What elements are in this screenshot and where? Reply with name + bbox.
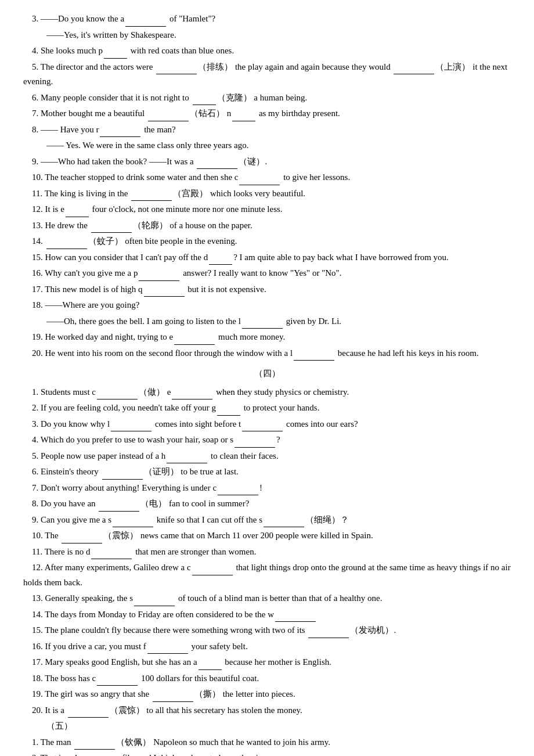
- p5-line-1: 1. The man （钦佩） Napoleon so much that he…: [23, 735, 511, 750]
- blank-14: [46, 240, 87, 249]
- line-19: 19. He worked day and night, trying to e…: [23, 330, 511, 345]
- p4-blank-5: [167, 454, 207, 463]
- p4-blank-9-2: [264, 518, 304, 527]
- blank-16: [139, 272, 179, 281]
- blank-20: [294, 351, 334, 361]
- line-15: 15. How can you consider that I can't pa…: [23, 250, 511, 265]
- blank-3-1: [125, 17, 166, 27]
- p4-line-3: 3. Do you know why l comes into sight be…: [23, 417, 511, 432]
- blank-15: [209, 255, 232, 265]
- p4-line-5: 5. People now use paper instead of a h t…: [23, 449, 511, 464]
- blank-8: [100, 128, 140, 137]
- p4-line-16: 16. If you drive a car, you must f your …: [23, 639, 511, 654]
- blank-18: [242, 319, 283, 329]
- p4-line-20: 20. It is a （震惊） to all that his secreta…: [23, 703, 511, 718]
- line-6: 6. Many people consider that it is not r…: [23, 91, 511, 106]
- p4-line-14: 14. The days from Monday to Friday are o…: [23, 607, 511, 622]
- p4-blank-9-1: [113, 518, 153, 527]
- blank-7-2: [232, 112, 255, 121]
- blank-13: [91, 224, 132, 233]
- p4-blank-10: [62, 534, 102, 543]
- p4-line-17: 17. Mary speaks good English, but she ha…: [23, 655, 511, 670]
- line-11: 11. The king is living in the （宫殿） which…: [23, 186, 511, 201]
- p4-line-10: 10. The （震惊） news came that on March 11 …: [23, 528, 511, 543]
- line-18: 18. ——Where are you going?: [23, 298, 511, 313]
- blank-6: [193, 96, 216, 105]
- line-20: 20. He went into his room on the second …: [23, 346, 511, 361]
- p4-blank-20: [68, 708, 109, 718]
- p4-blank-6: [102, 470, 143, 480]
- blank-7-1: [148, 112, 189, 121]
- p4-line-15: 15. The plane couldn't fly because there…: [23, 623, 511, 638]
- p4-line-8: 8. Do you have an （电） fan to cool in sum…: [23, 496, 511, 512]
- p4-line-2: 2. If you are feeling cold, you needn't …: [23, 401, 511, 416]
- p4-line-18: 18. The boss has c 100 dollars for this …: [23, 671, 511, 686]
- p4-blank-7: [218, 486, 258, 495]
- blank-17: [144, 287, 185, 297]
- p4-line-4: 4. Which do you prefer to use to wash yo…: [23, 433, 511, 448]
- p4-blank-15: [308, 629, 349, 638]
- p4-blank-3-1: [111, 422, 151, 431]
- line-13: 13. He drew the （轮廓） of a house on the p…: [23, 218, 511, 233]
- section-title-5: （五）: [23, 719, 511, 734]
- p4-blank-13: [134, 597, 175, 606]
- line-18b: ——Oh, there goes the bell. I am going to…: [23, 314, 511, 329]
- line-17: 17. This new model is of high q but it i…: [23, 282, 511, 297]
- line-8: 8. —— Have you r the man?: [23, 123, 511, 138]
- p4-line-1: 1. Students must c（做） e when they study …: [23, 385, 511, 400]
- p4-line-9: 9. Can you give me a s knife so that I c…: [23, 513, 511, 528]
- blank-10: [239, 176, 280, 185]
- p4-line-11: 11. There is no d that men are stronger …: [23, 545, 511, 560]
- p4-blank-3-2: [242, 422, 283, 431]
- line-7: 7. Mother bought me a beautiful （钻石） n a…: [23, 106, 511, 121]
- line-3b: ——Yes, it's written by Shakespeare.: [23, 28, 511, 43]
- p4-blank-1-1: [97, 390, 138, 399]
- p4-line-7: 7. Don't worry about anything! Everythin…: [23, 481, 511, 496]
- p4-blank-12: [192, 566, 233, 575]
- section-title-4: （四）: [23, 366, 511, 381]
- line-8b: —— Yes. We were in the same class only t…: [23, 138, 511, 153]
- p4-blank-17: [199, 661, 222, 670]
- blank-19: [174, 336, 215, 345]
- line-14: 14. （蚊子） often bite people in the evenin…: [23, 234, 511, 249]
- p4-blank-11: [91, 550, 132, 559]
- blank-5-1: [156, 65, 197, 74]
- p4-blank-1-2: [172, 390, 212, 399]
- content-area: 3. ——Do you know the a of "Hamlet"? ——Ye…: [23, 12, 511, 756]
- blank-9: [197, 160, 237, 169]
- p4-line-6: 6. Einstein's theory （证明） to be true at …: [23, 465, 511, 480]
- p4-blank-2: [217, 406, 240, 416]
- p4-blank-8: [99, 502, 139, 512]
- p4-line-19: 19. The girl was so angry that she （撕） t…: [23, 687, 511, 702]
- blank-4: [104, 49, 127, 59]
- line-4: 4. She looks much p with red coats than …: [23, 44, 511, 59]
- line-10: 10. The teacher stopped to drink some wa…: [23, 170, 511, 185]
- blank-5-2: [394, 65, 434, 74]
- line-3: 3. ——Do you know the a of "Hamlet"?: [23, 12, 511, 27]
- p5-line-2: 2. That is a d film and I think we have …: [23, 751, 511, 756]
- blank-11: [131, 192, 172, 201]
- blank-12: [66, 208, 89, 217]
- line-5: 5. The director and the actors were （排练）…: [23, 60, 511, 89]
- line-16: 16. Why can't you give me a p answer? I …: [23, 266, 511, 281]
- p4-blank-4: [234, 438, 275, 448]
- p4-blank-19: [153, 693, 193, 702]
- line-12: 12. It is e four o'clock, not one minute…: [23, 202, 511, 217]
- line-9: 9. ——Who had taken the book? ——It was a …: [23, 154, 511, 170]
- p4-blank-14: [275, 613, 316, 622]
- p4-line-12: 12. After many experiments, Galileo drew…: [23, 560, 511, 590]
- p5-blank-1: [74, 740, 115, 750]
- p4-blank-16: [147, 645, 188, 654]
- p4-blank-18: [97, 676, 138, 686]
- p4-line-13: 13. Generally speaking, the s of touch o…: [23, 591, 511, 606]
